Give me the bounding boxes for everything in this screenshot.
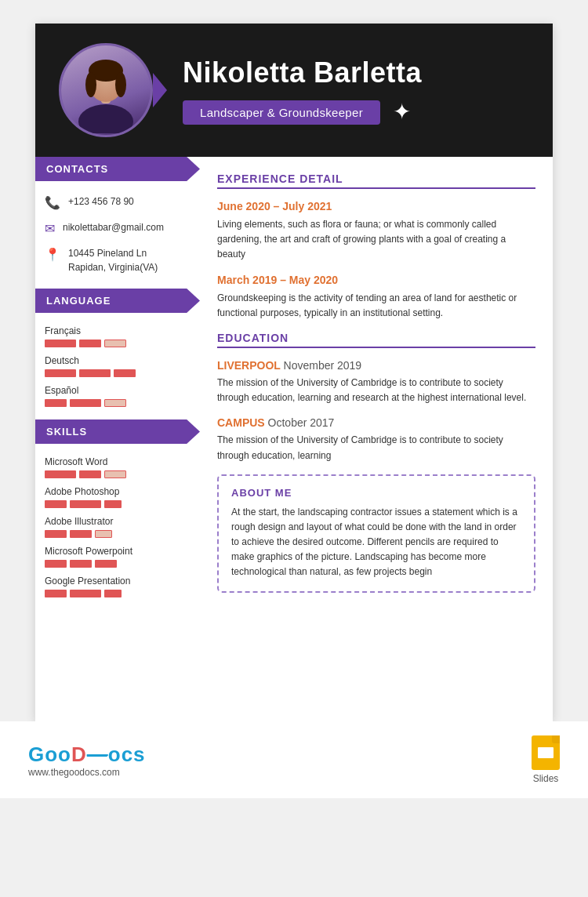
edu-desc-2: The mission of the University of Cambrid… bbox=[217, 433, 535, 463]
skill-name: Adobe Illustrator bbox=[45, 516, 191, 527]
experience-date-1: June 2020 – July 2021 bbox=[217, 200, 535, 212]
bar-filled bbox=[79, 369, 111, 377]
experience-date-2: March 2019 – May 2020 bbox=[217, 274, 535, 286]
sidebar: CONTACTS 📞 +123 456 78 90 ✉ nikolettabar… bbox=[35, 157, 200, 721]
photo-placeholder bbox=[61, 43, 151, 137]
skill-item: Microsoft Powerpoint bbox=[35, 543, 200, 572]
contacts-header: CONTACTS bbox=[35, 157, 200, 181]
edu-school-2: CAMPUS October 2017 bbox=[217, 416, 535, 429]
bar-filled bbox=[70, 590, 101, 597]
bar-filled bbox=[45, 470, 76, 478]
job-title: Landscaper & Groundskeeper bbox=[183, 100, 380, 125]
skill-bars bbox=[45, 500, 191, 508]
profile-photo bbox=[59, 43, 153, 137]
svg-point-4 bbox=[85, 72, 96, 97]
bar-filled bbox=[79, 470, 101, 478]
logo-dash: — bbox=[87, 743, 108, 766]
bar-filled bbox=[45, 590, 67, 597]
footer-logo: GooD—ocs www.thegoodocs.com bbox=[28, 743, 146, 778]
location-icon: 📍 bbox=[45, 247, 60, 262]
main-content: EXPERIENCE DETAIL June 2020 – July 2021 … bbox=[200, 157, 553, 721]
edu-school-name-1: LIVERPOOL bbox=[217, 359, 281, 372]
about-description: At the start, the landscaping contractor… bbox=[231, 505, 521, 580]
logo-goo: Goo bbox=[28, 743, 71, 766]
bar-filled bbox=[70, 560, 92, 568]
language-section: LANGUAGE Français Deutsch bbox=[35, 289, 200, 412]
language-name: Deutsch bbox=[45, 355, 191, 366]
footer-section: GooD—ocs www.thegoodocs.com Slides bbox=[0, 721, 588, 798]
resume-wrapper: Nikoletta Barletta Landscaper & Groundsk… bbox=[35, 24, 553, 721]
experience-desc-2: Groundskeeping is the activity of tendin… bbox=[217, 291, 535, 321]
language-bars bbox=[45, 340, 191, 347]
language-item: Français bbox=[35, 322, 200, 352]
phone-number: +123 456 78 90 bbox=[68, 194, 134, 209]
skill-bars bbox=[45, 590, 191, 597]
footer-url: www.thegoodocs.com bbox=[28, 767, 146, 778]
skill-name: Adobe Photoshop bbox=[45, 486, 191, 497]
edu-school-1: LIVERPOOL November 2019 bbox=[217, 359, 535, 372]
experience-desc-1: Living elements, such as flora or fauna;… bbox=[217, 217, 535, 263]
skill-item: Adobe Photoshop bbox=[35, 483, 200, 513]
bar-filled bbox=[104, 500, 122, 508]
bar-filled bbox=[70, 399, 101, 407]
header-info: Nikoletta Barletta Landscaper & Groundsk… bbox=[161, 56, 531, 125]
photo-area bbox=[51, 43, 161, 137]
candidate-name: Nikoletta Barletta bbox=[183, 56, 531, 89]
language-header: LANGUAGE bbox=[35, 289, 200, 313]
language-item: Deutsch bbox=[35, 352, 200, 382]
footer-slides: Slides bbox=[532, 735, 560, 784]
skills-section: SKILLS Microsoft Word Adobe Photoshop bbox=[35, 419, 200, 602]
bar-filled bbox=[104, 590, 122, 597]
edu-school-date-2: October 2017 bbox=[268, 416, 335, 429]
education-section-title: EDUCATION bbox=[217, 332, 535, 348]
skill-item: Microsoft Word bbox=[35, 453, 200, 483]
about-box: ABOUT ME At the start, the landscaping c… bbox=[217, 474, 535, 593]
person-silhouette bbox=[71, 47, 141, 133]
address-text: 10445 Pineland Ln Rapidan, Virginia(VA) bbox=[68, 246, 158, 274]
body-section: CONTACTS 📞 +123 456 78 90 ✉ nikolettabar… bbox=[35, 157, 553, 721]
slides-label: Slides bbox=[533, 773, 559, 784]
skill-name: Microsoft Powerpoint bbox=[45, 546, 191, 557]
bar-filled bbox=[45, 399, 67, 407]
bar-filled bbox=[45, 340, 76, 347]
email-icon: ✉ bbox=[45, 221, 55, 236]
bar-empty bbox=[104, 470, 126, 478]
skill-name: Microsoft Word bbox=[45, 456, 191, 467]
phone-contact: 📞 +123 456 78 90 bbox=[35, 191, 200, 216]
arrow-decoration bbox=[153, 73, 167, 107]
bar-filled bbox=[114, 369, 136, 377]
logo-text: GooD—ocs bbox=[28, 743, 146, 767]
bar-empty bbox=[104, 399, 126, 407]
bar-filled bbox=[45, 530, 67, 538]
about-title: ABOUT ME bbox=[231, 487, 521, 499]
email-contact: ✉ nikolettabar@gmail.com bbox=[35, 216, 200, 242]
header-section: Nikoletta Barletta Landscaper & Groundsk… bbox=[35, 24, 553, 157]
bar-empty bbox=[104, 340, 126, 347]
language-name: Français bbox=[45, 325, 191, 336]
experience-section-title: EXPERIENCE DETAIL bbox=[217, 172, 535, 189]
bar-filled bbox=[45, 500, 67, 508]
logo-d: D bbox=[71, 743, 87, 766]
email-address: nikolettabar@gmail.com bbox=[63, 220, 164, 234]
skill-bars bbox=[45, 530, 191, 538]
bar-empty bbox=[95, 530, 112, 538]
skill-name: Google Presentation bbox=[45, 576, 191, 586]
edu-school-name-2: CAMPUS bbox=[217, 416, 265, 429]
skill-bars bbox=[45, 470, 191, 478]
language-item: Español bbox=[35, 382, 200, 412]
slides-icon-inner bbox=[538, 747, 554, 758]
svg-point-0 bbox=[78, 104, 133, 133]
skill-item: Adobe Illustrator bbox=[35, 513, 200, 543]
address-contact: 📍 10445 Pineland Ln Rapidan, Virginia(VA… bbox=[35, 242, 200, 281]
bar-filled bbox=[45, 560, 67, 568]
edu-desc-1: The mission of the University of Cambrid… bbox=[217, 376, 535, 405]
skill-item: Google Presentation bbox=[35, 572, 200, 602]
bar-filled bbox=[70, 500, 101, 508]
edu-school-date-1: November 2019 bbox=[284, 359, 362, 372]
star-decoration: ✦ bbox=[393, 101, 411, 123]
title-bar: Landscaper & Groundskeeper ✦ bbox=[183, 100, 531, 125]
slides-icon bbox=[532, 735, 560, 770]
phone-icon: 📞 bbox=[45, 195, 60, 210]
logo-ocs: ocs bbox=[108, 743, 146, 766]
bar-filled bbox=[45, 369, 76, 377]
